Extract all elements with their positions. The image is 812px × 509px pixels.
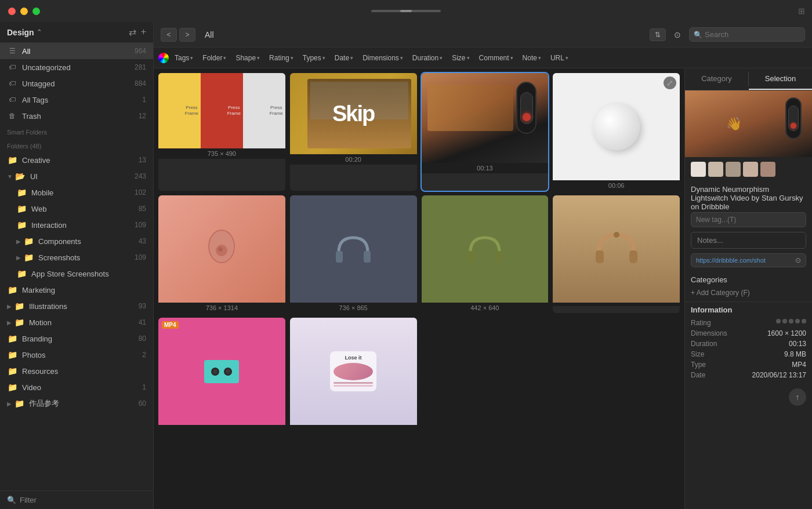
back-button[interactable]: < — [161, 28, 177, 42]
cassette-shape — [204, 360, 239, 383]
add-category-button[interactable]: + Add Category (F) — [685, 286, 812, 301]
grid-item-cassette[interactable]: MP4 — [158, 318, 285, 428]
note-filter[interactable]: Note ▾ — [519, 53, 545, 63]
rating-dot-2 — [782, 319, 787, 323]
sidebar-item-photos[interactable]: 📁 Photos 2 — [0, 347, 153, 363]
swatch-4[interactable] — [743, 162, 758, 177]
sidebar-item-interaction[interactable]: 📁 Interaction 109 — [0, 217, 153, 233]
date-label: Date — [691, 371, 705, 379]
grid-item-press-frames[interactable]: PressFrame PressFrame PressFrame 735 × 4… — [158, 73, 285, 191]
sidebar-item-chinese[interactable]: ▶ 📁 作品参考 60 — [0, 395, 153, 412]
tags-filter[interactable]: Tags ▾ — [171, 53, 197, 63]
sidebar-item-creative[interactable]: 📁 Creative 13 — [0, 152, 153, 168]
color-filter-dot[interactable] — [158, 53, 169, 63]
sidebar-item-motion[interactable]: ▶ 📁 Motion 41 — [0, 314, 153, 330]
date-filter[interactable]: Date ▾ — [331, 53, 357, 63]
sidebar-branding-count: 80 — [139, 335, 146, 343]
svg-point-9 — [614, 232, 619, 238]
grid-item-phone-lightswitch[interactable]: ⤢ 00:13 — [422, 73, 549, 191]
rating-dot-4 — [795, 319, 800, 323]
grid-item-headphones-tan[interactable] — [553, 195, 680, 313]
size-filter[interactable]: Size ▾ — [448, 53, 473, 63]
sidebar-item-uncategorized[interactable]: 🏷 Uncategorized 281 — [0, 59, 153, 75]
filter-button[interactable]: ⊙ — [670, 28, 684, 41]
close-button[interactable] — [8, 8, 16, 15]
tab-category[interactable]: Category — [685, 68, 748, 90]
shape-filter[interactable]: Shape ▾ — [232, 53, 263, 63]
sidebar-item-ui[interactable]: ▼ 📂 UI 243 — [0, 168, 153, 184]
scroll-to-top-button[interactable]: ↑ — [789, 388, 806, 406]
grid-item-skip-video[interactable]: M4V Skip 00:20 — [290, 73, 417, 191]
comment-filter[interactable]: Comment ▾ — [476, 53, 517, 63]
sidebar-add-icon[interactable]: + — [141, 27, 146, 38]
sidebar-item-illustrations[interactable]: ▶ 📁 Illustrations 93 — [0, 298, 153, 314]
swatch-5[interactable] — [760, 162, 775, 177]
duration-value: 00:13 — [789, 340, 806, 348]
notes-button[interactable]: Notes... — [691, 232, 806, 249]
minimize-button[interactable] — [20, 8, 28, 15]
tag-input[interactable] — [691, 212, 806, 227]
grid-item-dial[interactable]: ⤢ 00:06 — [553, 73, 680, 191]
url-filter[interactable]: URL ▾ — [547, 53, 572, 63]
information-title: Information — [691, 306, 806, 318]
rating-filter[interactable]: Rating ▾ — [266, 53, 297, 63]
sidebar-item-mobile[interactable]: 📁 Mobile 102 — [0, 184, 153, 201]
grid-item-headphones-dark[interactable]: 736 × 865 — [290, 195, 417, 313]
sidebar-item-web[interactable]: 📁 Web 85 — [0, 201, 153, 217]
sidebar-illustrations-count: 93 — [139, 302, 146, 310]
color-swatches — [685, 157, 812, 181]
search-input[interactable] — [689, 27, 805, 42]
toolbar-all-label: All — [200, 30, 219, 39]
sidebar-item-trash[interactable]: 🗑 Trash 12 — [0, 108, 153, 124]
sidebar-item-all[interactable]: ☰ All 964 — [0, 43, 153, 59]
sidebar-all-count: 964 — [135, 47, 146, 55]
sidebar-item-app-store[interactable]: 📁 App Store Screenshots — [0, 266, 153, 282]
sidebar-bottom: 🔍 Filter — [0, 490, 153, 509]
info-row-date: Date 2020/06/12 13:17 — [691, 370, 806, 380]
information-section: Information Rating Dimensions — [685, 301, 812, 384]
sidebar-item-all-tags[interactable]: 🏷 All Tags 1 — [0, 92, 153, 108]
swatch-2[interactable] — [708, 162, 723, 177]
dial-circle — [593, 104, 640, 150]
sidebar-resources-label: Resources — [22, 367, 146, 376]
sidebar-item-video[interactable]: 📁 Video 1 — [0, 379, 153, 395]
all-icon: ☰ — [7, 46, 17, 56]
url-open-icon[interactable]: ⊙ — [795, 256, 801, 264]
dimensions-filter[interactable]: Dimensions ▾ — [359, 53, 407, 63]
window-slider[interactable] — [371, 10, 441, 12]
sidebar-chinese-label: 作品参考 — [29, 398, 139, 409]
grid-item-headphones-green[interactable]: 442 × 640 — [422, 195, 549, 313]
maximize-button[interactable] — [32, 8, 40, 15]
duration-label: Duration — [691, 340, 717, 348]
sidebar-creative-count: 13 — [139, 156, 146, 164]
tab-selection[interactable]: Selection — [749, 68, 812, 90]
swatch-1[interactable] — [691, 162, 706, 177]
chinese-folder-icon: 📁 — [14, 398, 24, 409]
duration-filter[interactable]: Duration ▾ — [409, 53, 446, 63]
filter-bar[interactable]: 🔍 Filter — [7, 496, 146, 504]
folder-filter[interactable]: Folder ▾ — [199, 53, 230, 63]
rating-dot-1 — [776, 319, 781, 323]
grid-label-earbuds: 736 × 1314 — [158, 303, 285, 313]
sidebar-item-untagged[interactable]: 🏷 Untagged 884 — [0, 75, 153, 92]
sidebar-item-screenshots[interactable]: ▶ 📁 Screenshots 109 — [0, 249, 153, 266]
types-filter[interactable]: Types ▾ — [299, 53, 329, 63]
dial-overlay-icon: ⤢ — [664, 77, 676, 89]
slider-thumb — [400, 10, 412, 12]
motion-chevron: ▶ — [7, 319, 12, 326]
swatch-3[interactable] — [726, 162, 741, 177]
grid-container: PressFrame PressFrame PressFrame 735 × 4… — [158, 73, 680, 428]
grid-item-earbuds-pink[interactable]: 736 × 1314 — [158, 195, 285, 313]
sort-button[interactable]: ⇅ — [650, 28, 666, 41]
sidebar-header: Design ⌃ ⇄ + — [0, 22, 153, 43]
sidebar-swap-icon[interactable]: ⇄ — [129, 27, 136, 38]
grid-item-music-ui[interactable]: Lose it — [290, 318, 417, 428]
illustrations-folder-icon: 📁 — [14, 301, 24, 311]
sidebar-item-resources[interactable]: 📁 Resources — [0, 363, 153, 379]
sidebar-item-marketing[interactable]: 📁 Marketing — [0, 282, 153, 298]
sidebar-item-branding[interactable]: 📁 Branding 80 — [0, 330, 153, 347]
app-store-folder-icon: 📁 — [16, 268, 27, 279]
headphones-green-svg — [465, 229, 505, 270]
sidebar-item-components[interactable]: ▶ 📁 Components 43 — [0, 233, 153, 249]
forward-button[interactable]: > — [179, 28, 195, 42]
